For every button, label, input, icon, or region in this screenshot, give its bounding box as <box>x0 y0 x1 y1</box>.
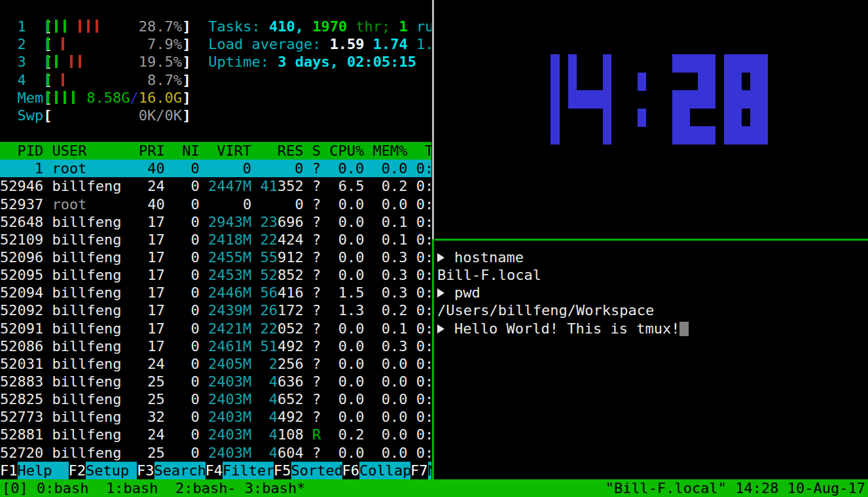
process-row[interactable]: 52086 billfeng 17 0 2461M 51492 ? 0.0 0.… <box>0 337 431 355</box>
meter-value: 19.5% <box>52 53 182 71</box>
clock-segment <box>759 73 768 91</box>
process-row[interactable]: 52946 billfeng 24 0 2447M 41352 ? 6.5 0.… <box>0 177 431 195</box>
clock-segment <box>681 54 690 73</box>
process-row[interactable]: 52091 billfeng 17 0 2421M 22052 ? 0.0 0.… <box>0 320 431 337</box>
tmux-window-list[interactable]: [0] 0:bash 1:bash 2:bash- 3:bash* <box>2 479 306 497</box>
process-row[interactable]: 52096 billfeng 17 0 2455M 55912 ? 0.0 0.… <box>0 248 431 266</box>
process-row[interactable]: 52031 billfeng 24 0 2405M 2256 ? 0.0 0.0… <box>0 355 431 373</box>
mem-used-value: 8.58G <box>86 90 130 106</box>
process-res-mb: 51 <box>260 338 278 354</box>
pane-border-vertical-top[interactable] <box>432 0 434 239</box>
meter-close-bracket: ] <box>183 71 191 89</box>
clock-segment <box>698 126 707 145</box>
process-user: billfeng <box>52 302 130 318</box>
fkey-label: Search <box>154 462 206 479</box>
process-state: ? <box>312 391 321 407</box>
process-res-mb: 23 <box>260 214 278 230</box>
table-header-row[interactable]: PID USER PRI NI VIRT RES S CPU% MEM% T <box>0 142 431 160</box>
process-virt: 2403M <box>208 426 251 443</box>
process-row[interactable]: 52883 billfeng 25 0 2403M 4636 ? 0.0 0.0… <box>0 373 431 390</box>
process-user: billfeng <box>52 320 130 337</box>
process-row[interactable]: 52720 billfeng 25 0 2403M 4604 ? 0.0 0.0… <box>0 444 431 462</box>
process-row[interactable]: 1 root 40 0 0 0 ? 0.0 0.0 0: <box>0 160 431 177</box>
clock-segment <box>603 90 612 109</box>
fkey-label: Collap <box>359 462 410 479</box>
fkey-label: N <box>428 462 432 479</box>
process-virt: 2403M <box>208 409 251 425</box>
process-res-mb: 4 <box>269 391 278 407</box>
clock-segment <box>603 126 612 145</box>
process-row[interactable]: 52825 billfeng 25 0 2403M 4652 ? 0.0 0.0… <box>0 390 431 408</box>
process-res-mb: 4 <box>269 409 278 425</box>
meter-bar-green <box>46 20 49 33</box>
pane-border-vertical-bottom[interactable] <box>432 239 434 479</box>
clock-segment <box>638 73 647 91</box>
fkey-number: F6 <box>342 462 360 479</box>
clock-segment <box>724 126 733 145</box>
clock-segment <box>568 90 577 109</box>
thr-label: thr; <box>355 18 399 35</box>
load-5min: 1.74 <box>373 36 416 52</box>
process-user: billfeng <box>52 178 130 194</box>
running-count: 1 <box>399 18 417 35</box>
fkey-f1[interactable]: F1Help <box>0 462 69 479</box>
process-row[interactable]: 52109 billfeng 17 0 2418M 22424 ? 0.0 0.… <box>0 231 431 248</box>
cpu-meter-2: 2[7.9%] <box>0 35 196 53</box>
meter-percent-value: 8.7% <box>147 72 182 88</box>
process-table: PID USER PRI NI VIRT RES S CPU% MEM% T 1… <box>0 142 431 462</box>
process-virt: 2418M <box>208 231 251 248</box>
process-state: ? <box>312 214 321 230</box>
fkey-f3[interactable]: F3Search <box>137 462 206 479</box>
process-virt: 0 <box>208 196 251 213</box>
meter-bar-green <box>46 73 49 86</box>
prompt-arrow-icon <box>437 324 444 334</box>
process-row[interactable]: 52095 billfeng 17 0 2453M 52852 ? 0.0 0.… <box>0 266 431 284</box>
meter-label: 3 <box>18 53 26 71</box>
meter-percent-value: 19.5% <box>139 54 182 70</box>
pane-border-horizontal[interactable] <box>435 239 868 241</box>
clock-segment <box>724 73 733 91</box>
fkey-number: F2 <box>69 462 86 479</box>
fkey-label: Help <box>18 462 69 479</box>
process-row[interactable]: 52881 billfeng 24 0 2403M 4108 R 0.2 0.0… <box>0 426 431 443</box>
meter-label: Mem <box>18 89 44 107</box>
process-state: ? <box>312 409 321 425</box>
fkey-f5[interactable]: F5Sorted <box>274 462 342 479</box>
meter-percent-value: 0K/0K <box>139 107 182 124</box>
fkey-number: F1 <box>0 462 18 479</box>
clock-segment <box>577 90 586 109</box>
load-line: Load average: 1.59 1.74 1. <box>208 35 431 53</box>
fkey-number: F3 <box>137 462 154 479</box>
command-text: hostname <box>454 249 524 266</box>
clock-segment <box>707 73 716 91</box>
fkey-f7[interactable]: F7N <box>410 462 431 479</box>
command-text: Hello World! This is tmux! <box>454 320 679 337</box>
tmux-status-right: "Bill-F.local" 14:28 10-Aug-17 <box>606 479 865 497</box>
shell-output-line: /Users/billfeng/Workspace <box>437 301 868 319</box>
process-virt: 2446M <box>208 284 251 301</box>
process-row[interactable]: 52094 billfeng 17 0 2446M 56416 ? 1.5 0.… <box>0 284 431 301</box>
clock-segment <box>681 126 690 145</box>
process-row[interactable]: 52092 billfeng 17 0 2439M 26172 ? 1.3 0.… <box>0 301 431 319</box>
process-user: billfeng <box>52 338 130 354</box>
clock-segment <box>681 109 690 127</box>
meter-label: 4 <box>18 71 26 89</box>
clock-segment <box>750 54 759 73</box>
meter-value: 0K/0K <box>52 107 182 124</box>
process-row[interactable]: 52773 billfeng 32 0 2403M 4492 ? 0.0 0.0… <box>0 408 431 426</box>
process-state: ? <box>312 249 321 266</box>
prompt-arrow-icon <box>437 288 444 298</box>
fkey-f2[interactable]: F2Setup <box>69 462 137 479</box>
htop-summary: Tasks: 410, 1970 thr; 1 ru Load average:… <box>208 18 431 71</box>
process-virt: 2421M <box>208 320 251 337</box>
meter-percent-value: 7.9% <box>147 36 182 52</box>
htop-meters: 1[28.7%]2[7.9%]3[19.5%]4[8.7%]Mem[8.58G/… <box>0 18 196 124</box>
clock-segment <box>732 73 742 91</box>
fkey-f6[interactable]: F6Collap <box>342 462 411 479</box>
shell-pane[interactable]: hostnameBill-F.localpwd/Users/billfeng/W… <box>437 248 868 477</box>
process-row[interactable]: 52648 billfeng 17 0 2943M 23696 ? 0.0 0.… <box>0 213 431 231</box>
fkey-f4[interactable]: F4Filter <box>206 462 274 479</box>
process-row[interactable]: 52937 root 40 0 0 0 ? 0.0 0.0 0: <box>0 196 431 213</box>
process-state: ? <box>312 302 321 318</box>
process-state: ? <box>312 445 321 461</box>
